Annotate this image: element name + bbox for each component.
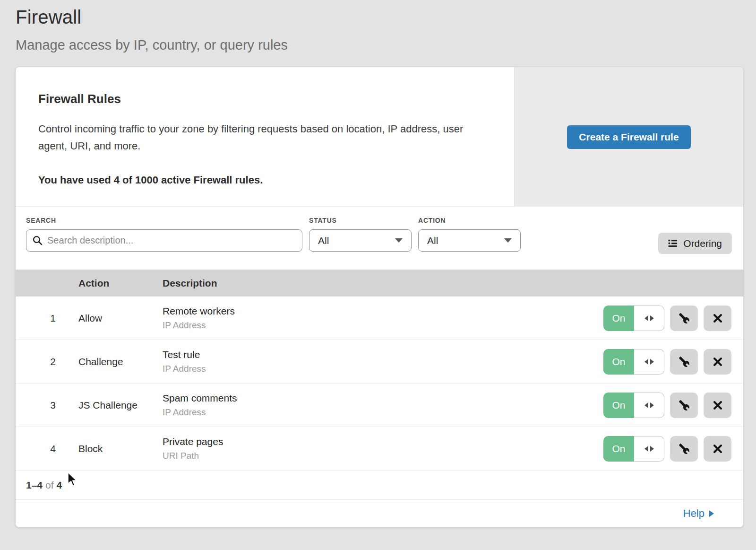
search-icon	[32, 235, 43, 246]
help-link[interactable]: Help	[683, 507, 714, 520]
edit-rule-button[interactable]	[670, 436, 698, 462]
arrow-right-icon	[650, 402, 654, 408]
rule-match-type: IP Address	[163, 320, 603, 331]
arrow-right-icon	[650, 359, 654, 365]
wrench-icon	[679, 313, 690, 324]
ordering-button[interactable]: Ordering	[658, 233, 732, 254]
toggle-on-button[interactable]: On	[603, 349, 634, 375]
rule-controls: On	[603, 306, 731, 331]
rule-toggle: On	[603, 349, 664, 375]
rule-description-title: Test rule	[163, 349, 603, 360]
search-box	[26, 229, 302, 252]
search-label: SEARCH	[26, 217, 302, 224]
pagination-range: 1–4	[26, 480, 43, 491]
table-row: 3 JS Challenge Spam comments IP Address …	[16, 384, 743, 427]
rule-match-type: IP Address	[163, 364, 603, 374]
delete-rule-button[interactable]	[704, 349, 731, 375]
rule-priority: 1	[16, 313, 56, 324]
description-column-header: Description	[163, 278, 743, 289]
rule-description: Private pages URI Path	[163, 436, 603, 461]
close-icon	[713, 313, 723, 323]
edit-rule-button[interactable]	[670, 393, 698, 418]
arrow-right-icon	[650, 315, 654, 321]
overview-heading: Firewall Rules	[38, 92, 491, 106]
overview-text: Firewall Rules Control incoming traffic …	[16, 67, 515, 207]
delete-rule-button[interactable]	[704, 306, 731, 331]
overview-usage: You have used 4 of 1000 active Firewall …	[38, 174, 491, 186]
status-selected-value: All	[318, 235, 329, 246]
rule-description: Remote workers IP Address	[163, 306, 603, 331]
arrow-left-icon	[644, 359, 648, 365]
priority-reorder-button[interactable]	[634, 393, 664, 418]
arrow-left-icon	[644, 402, 648, 408]
filters-bar: SEARCH STATUS All ACTION All	[16, 207, 743, 270]
delete-rule-button[interactable]	[704, 393, 731, 418]
rule-match-type: URI Path	[163, 451, 603, 461]
action-column-header: Action	[56, 278, 163, 289]
close-icon	[713, 400, 723, 410]
arrow-right-icon	[709, 510, 714, 517]
action-filter-group: ACTION All	[418, 217, 521, 252]
rule-action: JS Challenge	[56, 400, 163, 411]
delete-rule-button[interactable]	[704, 436, 731, 462]
pagination-of-label: of	[45, 480, 54, 491]
action-select[interactable]: All	[418, 229, 521, 252]
action-label: ACTION	[418, 217, 521, 224]
priority-reorder-button[interactable]	[634, 349, 664, 375]
rule-match-type: IP Address	[163, 407, 603, 418]
pagination-total: 4	[57, 480, 62, 491]
wrench-icon	[679, 443, 690, 454]
rule-description-title: Spam comments	[163, 393, 603, 404]
page-header: Firewall Manage access by IP, country, o…	[0, 0, 756, 53]
help-link-label: Help	[683, 507, 704, 520]
chevron-down-icon	[395, 238, 403, 243]
table-row: 1 Allow Remote workers IP Address On	[16, 297, 743, 340]
overview-action-panel: Create a Firewall rule	[515, 67, 743, 207]
table-row: 2 Challenge Test rule IP Address On	[16, 340, 743, 384]
rule-controls: On	[603, 393, 731, 418]
chevron-down-icon	[504, 238, 512, 243]
ordered-list-icon	[668, 239, 678, 247]
table-header: Action Description	[16, 270, 743, 297]
page-subtitle: Manage access by IP, country, or query r…	[16, 37, 756, 53]
arrow-left-icon	[644, 315, 648, 321]
toggle-on-button[interactable]: On	[603, 393, 634, 418]
rule-description-title: Private pages	[163, 436, 603, 447]
help-row: Help	[16, 500, 743, 527]
overview-description: Control incoming traffic to your zone by…	[38, 121, 491, 155]
arrow-right-icon	[650, 446, 654, 452]
search-input[interactable]	[26, 229, 302, 252]
rule-toggle: On	[603, 306, 664, 331]
status-filter-group: STATUS All	[309, 217, 412, 252]
status-select[interactable]: All	[309, 229, 412, 252]
rule-action: Allow	[56, 313, 163, 324]
firewall-rules-card: Firewall Rules Control incoming traffic …	[16, 67, 743, 527]
rule-toggle: On	[603, 393, 664, 418]
rule-description: Spam comments IP Address	[163, 393, 603, 418]
arrow-left-icon	[644, 446, 648, 452]
rule-priority: 4	[16, 443, 56, 454]
page-title: Firewall	[16, 7, 756, 28]
edit-rule-button[interactable]	[670, 349, 698, 375]
rule-description-title: Remote workers	[163, 306, 603, 317]
priority-reorder-button[interactable]	[634, 436, 664, 462]
create-firewall-rule-button[interactable]: Create a Firewall rule	[567, 125, 690, 149]
table-row: 4 Block Private pages URI Path On	[16, 427, 743, 471]
priority-reorder-button[interactable]	[634, 306, 664, 331]
pagination: 1–4 of 4	[16, 471, 743, 500]
action-selected-value: All	[427, 235, 438, 246]
edit-rule-button[interactable]	[670, 306, 698, 331]
toggle-on-button[interactable]: On	[603, 436, 634, 462]
status-label: STATUS	[309, 217, 412, 224]
close-icon	[713, 357, 723, 367]
toggle-on-button[interactable]: On	[603, 306, 634, 331]
rule-controls: On	[603, 436, 731, 462]
rule-action: Challenge	[56, 356, 163, 367]
rule-controls: On	[603, 349, 731, 375]
rule-description: Test rule IP Address	[163, 349, 603, 374]
rule-action: Block	[56, 443, 163, 454]
search-filter-group: SEARCH	[26, 217, 302, 252]
wrench-icon	[679, 400, 690, 411]
overview-section: Firewall Rules Control incoming traffic …	[16, 67, 743, 207]
close-icon	[713, 444, 723, 454]
